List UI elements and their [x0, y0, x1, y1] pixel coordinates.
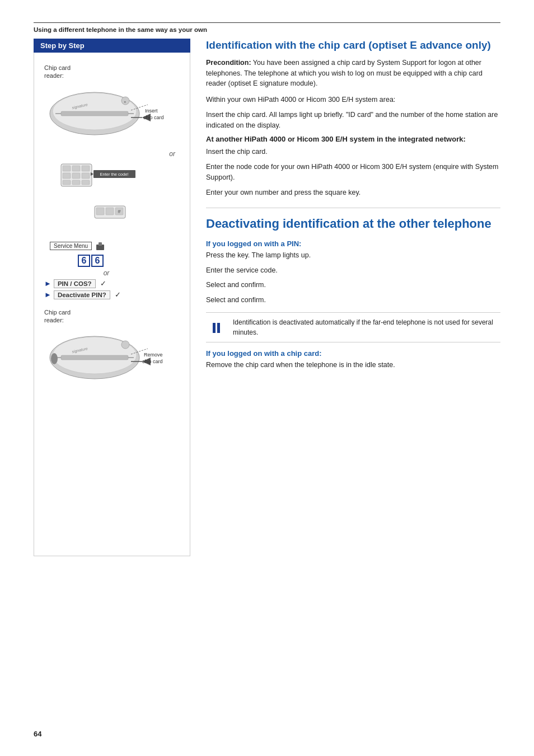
section2-title: Deactivating identification at the other…	[206, 216, 500, 232]
check-mark-2: ✓	[115, 290, 121, 299]
or-label1: or	[39, 150, 175, 158]
main-layout: Step by Step Chip card reader:	[34, 39, 500, 556]
svg-rect-16	[63, 173, 71, 179]
svg-rect-45	[217, 323, 220, 333]
svg-point-39	[51, 353, 58, 364]
body5-text: Enter your own number and press the squa…	[206, 187, 500, 198]
note-svg-icon	[212, 318, 227, 334]
keypad-svg: Enter the code!	[55, 161, 167, 200]
precondition-label: Precondition:	[206, 59, 251, 67]
subsection2-title: If you logged on with a PIN:	[206, 240, 500, 248]
note-icon	[212, 318, 227, 337]
svg-rect-21	[82, 180, 90, 185]
svg-text:●: ●	[124, 100, 126, 104]
body3-text: Insert the chip card.	[206, 147, 500, 157]
key-icon	[95, 241, 105, 251]
body8-text: Select and confirm.	[206, 280, 500, 290]
reader-label2: reader:	[44, 317, 64, 323]
svg-rect-37	[61, 355, 128, 360]
svg-text:chip card: chip card	[143, 115, 164, 120]
body6-text: Press the key. The lamp lights up.	[206, 250, 500, 261]
body2-text: Insert the chip card. All lamps light up…	[206, 110, 500, 131]
svg-rect-13	[63, 166, 71, 171]
precondition-para: Precondition: You have been assigned a c…	[206, 58, 500, 89]
chip-card-label3: Chip card	[44, 309, 71, 316]
svg-text:Insert: Insert	[145, 108, 158, 114]
page-number: 64	[34, 730, 41, 738]
svg-rect-27	[106, 208, 114, 215]
chip-card-bottom-area: Chip card reader: signature	[44, 308, 185, 390]
svg-text:chip card: chip card	[142, 359, 163, 364]
svg-rect-15	[82, 166, 90, 171]
left-content: Chip card reader: signature	[34, 53, 190, 556]
svg-rect-31	[99, 242, 102, 246]
top-rule	[34, 22, 500, 23]
svg-rect-26	[96, 208, 104, 215]
body10-text: Remove the chip card when the telephone …	[206, 360, 500, 370]
page: Using a different telephone in the same …	[0, 0, 534, 756]
chip-card-reader-svg: signature ● Insert chip card	[44, 81, 167, 145]
step-by-step-label: Step by Step	[34, 39, 190, 53]
left-column: Step by Step Chip card reader:	[34, 39, 190, 556]
svg-rect-19	[63, 180, 71, 185]
or-label2: or	[27, 269, 185, 277]
svg-rect-44	[213, 323, 216, 333]
svg-rect-18	[82, 173, 90, 179]
subsection3-title: If you logged on with a chip card:	[206, 349, 500, 358]
svg-rect-17	[72, 173, 80, 179]
keypad-area: Enter the code! #	[55, 161, 185, 224]
body4-text: Enter the node code for your own HiPath …	[206, 162, 500, 183]
right-column: Identification with the chip card (optis…	[190, 39, 500, 375]
section-divider	[206, 208, 500, 208]
deactivate-pin-item: ► Deactivate PIN? ✓	[44, 290, 185, 299]
chip-card-reader-bottom-svg: signature Remove chip card	[44, 325, 167, 389]
check-mark-1: ✓	[100, 279, 106, 288]
hash-svg: #	[55, 203, 167, 223]
svg-rect-5	[61, 111, 128, 116]
six-box-1: 6	[78, 255, 90, 267]
service-menu-box: Service Menu	[50, 242, 92, 250]
chip-card-label1: Chip card	[44, 64, 71, 71]
service-menu-area: Service Menu 6 6	[50, 241, 185, 267]
page-header: Using a different telephone in the same …	[34, 26, 500, 33]
body1-text: Within your own HiPath 4000 or Hicom 300…	[206, 95, 500, 105]
pin-cos-item: ► PIN / COS? ✓	[44, 279, 185, 288]
six-box-2: 6	[91, 255, 104, 267]
svg-point-38	[121, 341, 129, 349]
reader-label1: reader:	[44, 72, 64, 79]
svg-text:Remove: Remove	[144, 352, 163, 358]
note-text: Identification is deactivated automatica…	[233, 317, 495, 337]
note-box: Identification is deactivated automatica…	[206, 312, 500, 342]
arrow-icon-1: ►	[44, 279, 51, 288]
body9-text: Select and confirm.	[206, 295, 500, 306]
svg-text:#: #	[118, 209, 120, 214]
svg-text:Enter the code!: Enter the code!	[100, 172, 129, 177]
deactivate-pin-label: Deactivate PIN?	[54, 290, 110, 299]
arrow-icon-2: ►	[44, 290, 51, 299]
section1-title: Identification with the chip card (optis…	[206, 39, 500, 52]
body7-text: Enter the service code.	[206, 265, 500, 276]
chip-card-top-area: Chip card reader: signature	[44, 64, 185, 145]
svg-rect-20	[72, 180, 80, 185]
pin-cos-label: PIN / COS?	[54, 279, 96, 288]
subsection1-title: At another HiPath 4000 or Hicom 300 E/H …	[206, 135, 500, 143]
svg-rect-14	[72, 166, 80, 171]
